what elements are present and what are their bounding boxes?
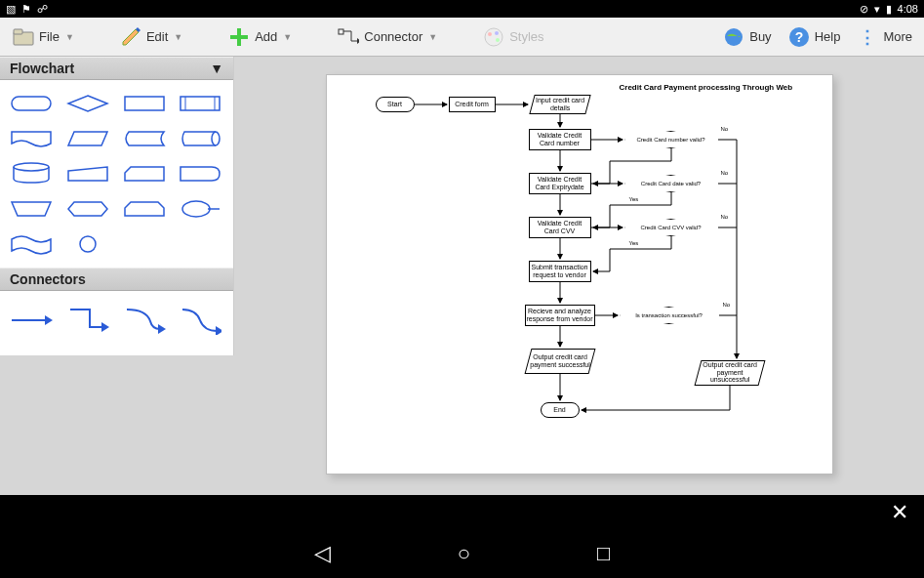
svg-point-10	[495, 31, 499, 35]
shape-preparation[interactable]	[64, 195, 111, 223]
shape-stored-data[interactable]	[121, 125, 168, 152]
nav-home-icon[interactable]: ○	[458, 541, 470, 566]
buy-button[interactable]: Buy	[714, 21, 779, 53]
android-icon: ☍	[37, 3, 48, 16]
node-start[interactable]: Start	[376, 97, 415, 112]
shape-manual-op[interactable]	[8, 195, 55, 223]
svg-rect-15	[12, 97, 51, 110]
svg-marker-27	[68, 202, 107, 216]
svg-point-23	[14, 163, 49, 171]
svg-marker-35	[158, 324, 166, 334]
add-menu[interactable]: Add ▼	[220, 21, 300, 53]
node-decision-cvv[interactable]: Credit Card CVV valid?	[624, 219, 718, 236]
nav-recent-icon[interactable]: □	[597, 541, 610, 566]
diagram-page[interactable]: Credit Card Payment processing Through W…	[326, 74, 833, 475]
flowchart-section-header[interactable]: Flowchart ▼	[0, 57, 233, 80]
svg-text:?: ?	[794, 29, 803, 45]
picture-icon: ▧	[6, 3, 16, 16]
add-label: Add	[255, 29, 277, 44]
wifi-icon: ▾	[874, 3, 880, 16]
shape-document[interactable]	[8, 125, 55, 152]
help-button[interactable]: ? Help	[780, 21, 849, 53]
more-label: More	[883, 29, 912, 44]
more-vert-icon: ⋮	[856, 25, 879, 49]
shape-process[interactable]	[121, 90, 168, 117]
shape-tape[interactable]	[8, 230, 55, 258]
svg-marker-33	[45, 315, 53, 325]
svg-marker-34	[101, 322, 109, 332]
connector-curved[interactable]	[121, 305, 168, 336]
svg-point-9	[488, 32, 492, 36]
edit-menu[interactable]: Edit ▼	[111, 21, 190, 53]
flag-icon: ⚑	[21, 3, 31, 16]
node-output-success[interactable]: Output credit card payment successful	[524, 349, 595, 374]
system-bottom-bar: ✕ ◁ ○ □	[0, 495, 924, 578]
file-menu[interactable]: File ▼	[4, 21, 82, 53]
edit-label: Edit	[146, 29, 168, 44]
label-yes: Yes	[629, 196, 639, 202]
styles-label: Styles	[509, 29, 543, 44]
node-credit-form[interactable]: Credit form	[449, 97, 496, 112]
help-label: Help	[815, 29, 841, 44]
shape-direct-data[interactable]	[177, 125, 223, 152]
shape-predefined[interactable]	[177, 90, 223, 117]
connector-s-curve[interactable]	[177, 305, 223, 336]
node-submit-txn[interactable]: Submit transaction request to vendor	[529, 261, 591, 282]
node-decision-txn[interactable]: Is transaction successful?	[620, 307, 719, 324]
svg-marker-2	[123, 29, 139, 45]
chevron-down-icon: ▼	[428, 32, 437, 42]
node-decision-date[interactable]: Credit Card date valid?	[624, 175, 718, 192]
shape-decision[interactable]	[64, 90, 111, 117]
node-input-details[interactable]: Input credit card details	[529, 95, 590, 114]
svg-rect-1	[14, 29, 22, 34]
chevron-down-icon: ▼	[283, 32, 292, 42]
plus-icon	[227, 25, 251, 49]
node-validate-expiry[interactable]: Validate Credit Card Expirydate	[529, 173, 591, 194]
node-validate-number[interactable]: Validate Credit Card number	[529, 129, 591, 150]
connector-straight[interactable]	[8, 305, 55, 336]
styles-menu[interactable]: Styles	[474, 21, 551, 53]
label-no: No	[721, 214, 729, 220]
chevron-down-icon: ▼	[65, 32, 74, 42]
shape-loop-limit[interactable]	[121, 195, 168, 223]
connector-elbow[interactable]	[64, 305, 111, 336]
flowchart-section-label: Flowchart	[10, 61, 74, 76]
svg-rect-18	[181, 97, 220, 110]
clock-text: 4:08	[898, 3, 918, 15]
shape-terminator[interactable]	[8, 90, 55, 117]
connector-icon	[337, 25, 360, 49]
svg-rect-6	[339, 29, 343, 34]
node-decision-number[interactable]: Credit Card number valid?	[624, 131, 718, 148]
node-receive-analyze[interactable]: Recieve and analyze response from vendor	[525, 305, 595, 326]
close-icon[interactable]: ✕	[891, 500, 908, 525]
canvas-area[interactable]: Credit Card Payment processing Through W…	[234, 57, 924, 495]
svg-marker-7	[357, 38, 359, 44]
more-button[interactable]: ⋮ More	[848, 21, 920, 53]
label-no: No	[723, 302, 731, 308]
shape-connector-circle[interactable]	[64, 230, 111, 258]
connectors-grid	[0, 291, 233, 355]
shape-card[interactable]	[121, 160, 168, 187]
buy-label: Buy	[749, 29, 771, 44]
svg-point-11	[496, 38, 500, 42]
svg-marker-28	[125, 202, 164, 216]
label-no: No	[721, 126, 729, 132]
shape-data[interactable]	[64, 125, 111, 152]
node-end[interactable]: End	[541, 402, 580, 418]
shape-database[interactable]	[8, 160, 55, 187]
shape-manual-input[interactable]	[64, 160, 111, 187]
svg-point-31	[80, 236, 96, 252]
connector-menu[interactable]: Connector ▼	[329, 21, 445, 53]
node-output-fail[interactable]: Output credit card payment unsuccessful	[694, 360, 765, 386]
help-icon: ?	[787, 25, 811, 49]
label-no: No	[721, 170, 729, 176]
shape-display[interactable]	[177, 195, 223, 223]
nav-back-icon[interactable]: ◁	[314, 541, 331, 566]
svg-marker-24	[68, 167, 107, 181]
shape-delay[interactable]	[177, 160, 223, 187]
svg-marker-21	[68, 132, 107, 145]
svg-rect-5	[230, 35, 248, 39]
node-validate-cvv[interactable]: Validate Credit Card CVV	[529, 217, 591, 238]
connectors-section-label: Connectors	[10, 271, 86, 287]
connectors-section-header[interactable]: Connectors	[0, 268, 233, 291]
